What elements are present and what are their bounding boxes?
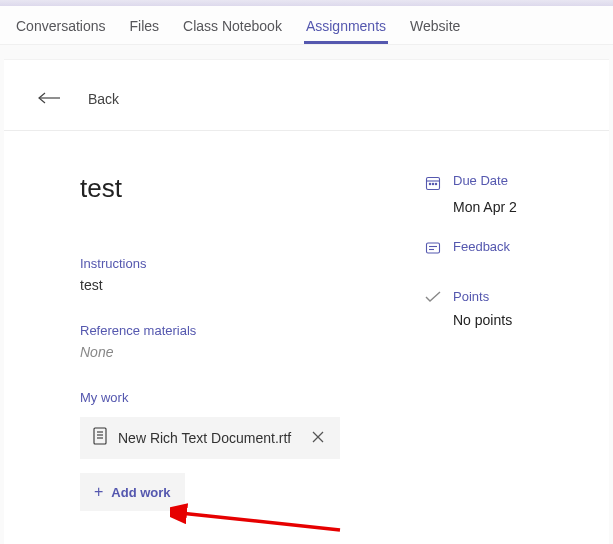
due-date-value: Mon Apr 2 xyxy=(453,199,575,215)
my-work-label: My work xyxy=(80,390,385,405)
instructions-label: Instructions xyxy=(80,256,385,271)
points-section: Points xyxy=(425,289,575,304)
instructions-value: test xyxy=(80,277,385,293)
due-date-section: Due Date xyxy=(425,173,575,191)
assignment-page: Back test Instructions test Reference ma… xyxy=(4,59,609,544)
calendar-icon xyxy=(425,173,443,191)
my-work-list: New Rich Text Document.rtf xyxy=(80,417,385,459)
svg-rect-1 xyxy=(94,428,106,444)
close-icon xyxy=(312,431,324,443)
back-button[interactable]: Back xyxy=(4,60,609,131)
back-label: Back xyxy=(88,91,119,107)
work-item-name: New Rich Text Document.rtf xyxy=(118,430,298,446)
tab-conversations[interactable]: Conversations xyxy=(14,14,108,44)
remove-work-item-button[interactable] xyxy=(308,428,328,448)
svg-point-9 xyxy=(429,183,430,184)
tab-files[interactable]: Files xyxy=(128,14,162,44)
work-item[interactable]: New Rich Text Document.rtf xyxy=(80,417,340,459)
reference-materials-value: None xyxy=(80,344,385,360)
back-arrow-icon xyxy=(38,90,62,108)
plus-icon: + xyxy=(94,483,103,501)
svg-rect-12 xyxy=(427,243,440,253)
feedback-label: Feedback xyxy=(453,239,510,254)
assignment-title: test xyxy=(80,173,385,204)
tab-bar: Conversations Files Class Notebook Assig… xyxy=(0,6,613,45)
tab-class-notebook[interactable]: Class Notebook xyxy=(181,14,284,44)
svg-point-10 xyxy=(432,183,433,184)
tab-website[interactable]: Website xyxy=(408,14,462,44)
due-date-label: Due Date xyxy=(453,173,508,188)
checkmark-icon xyxy=(425,289,443,303)
feedback-icon xyxy=(425,239,443,257)
tab-assignments[interactable]: Assignments xyxy=(304,14,388,44)
add-work-label: Add work xyxy=(111,485,170,500)
document-icon xyxy=(92,427,108,449)
add-work-button[interactable]: + Add work xyxy=(80,473,185,511)
points-label: Points xyxy=(453,289,489,304)
reference-materials-label: Reference materials xyxy=(80,323,385,338)
feedback-section[interactable]: Feedback xyxy=(425,239,575,257)
points-value: No points xyxy=(453,312,575,328)
svg-point-11 xyxy=(435,183,436,184)
